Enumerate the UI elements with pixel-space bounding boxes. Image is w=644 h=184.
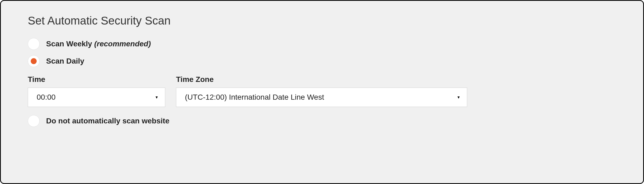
timezone-select[interactable]: (UTC-12:00) International Date Line West… [176, 88, 467, 107]
radio-weekly[interactable] [28, 38, 40, 50]
chevron-down-icon: ▼ [457, 95, 460, 99]
time-label: Time [28, 75, 165, 84]
timezone-select-value: (UTC-12:00) International Date Line West [185, 93, 324, 102]
chevron-down-icon: ▼ [155, 95, 159, 99]
radio-weekly-label: Scan Weekly (recommended) [46, 40, 151, 48]
time-field-group: Time 00:00 ▼ [28, 75, 165, 107]
timezone-label: Time Zone [176, 75, 467, 84]
time-select[interactable]: 00:00 ▼ [28, 88, 165, 107]
panel-title: Set Automatic Security Scan [28, 14, 616, 27]
radio-daily[interactable] [28, 55, 40, 67]
radio-weekly-text: Scan Weekly [46, 40, 94, 48]
timezone-field-group: Time Zone (UTC-12:00) International Date… [176, 75, 467, 107]
radio-none[interactable] [28, 115, 40, 127]
radio-daily-label: Scan Daily [46, 57, 84, 65]
security-scan-panel: Set Automatic Security Scan Scan Weekly … [0, 0, 644, 184]
radio-row-daily: Scan Daily [28, 55, 616, 67]
radio-none-label: Do not automatically scan website [46, 117, 169, 125]
radio-row-none: Do not automatically scan website [28, 115, 616, 127]
radio-row-weekly: Scan Weekly (recommended) [28, 38, 616, 50]
time-select-value: 00:00 [37, 93, 56, 102]
radio-weekly-hint: (recommended) [94, 40, 151, 48]
fields-row: Time 00:00 ▼ Time Zone (UTC-12:00) Inter… [28, 75, 616, 107]
